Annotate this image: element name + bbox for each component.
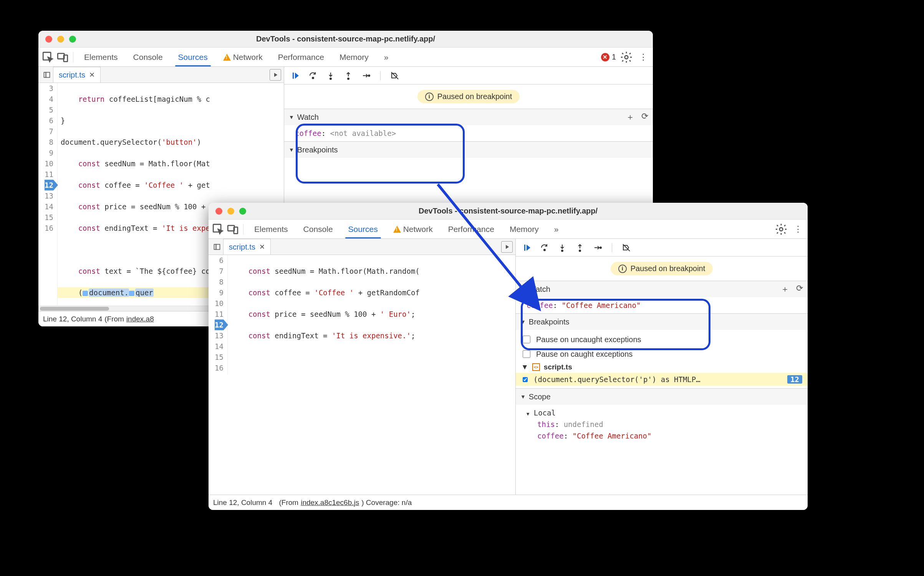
svg-point-9	[348, 78, 349, 79]
tab-more[interactable]: »	[377, 48, 396, 66]
maximize-icon[interactable]	[239, 208, 246, 215]
kebab-icon[interactable]: ⋮	[637, 51, 650, 64]
svg-rect-17	[524, 245, 525, 251]
add-watch-icon[interactable]: ＋	[626, 111, 634, 123]
file-tab-script[interactable]: script.ts ✕	[53, 67, 101, 83]
file-tabs: script.ts ✕	[209, 239, 515, 255]
paused-banner: i Paused on breakpoint	[417, 90, 520, 103]
breakpoint-entry[interactable]: (document.querySelector('p') as HTMLP… 1…	[516, 373, 808, 386]
close-icon[interactable]	[45, 36, 52, 43]
tab-memory[interactable]: Memory	[333, 48, 376, 66]
svg-point-20	[579, 250, 581, 252]
step-over-icon[interactable]	[307, 70, 319, 81]
checkbox[interactable]	[523, 336, 530, 343]
devtools-window-b: DevTools - consistent-source-map-pc.netl…	[209, 203, 808, 510]
watch-header[interactable]: ▼ Watch ＋ ⟳	[284, 109, 653, 125]
sourcemap-link[interactable]: index.a8	[126, 315, 154, 323]
chevron-down-icon: ▼	[289, 147, 294, 153]
step-out-icon[interactable]	[574, 242, 586, 253]
refresh-icon[interactable]: ⟳	[641, 111, 648, 123]
svg-point-10	[368, 75, 370, 76]
debug-mark-icon	[83, 291, 88, 296]
tab-more[interactable]: »	[547, 220, 566, 238]
tab-performance[interactable]: Performance	[441, 220, 501, 238]
step-icon[interactable]	[360, 70, 372, 81]
tab-elements[interactable]: Elements	[77, 48, 125, 66]
gear-icon[interactable]	[775, 223, 788, 236]
step-into-icon[interactable]	[556, 242, 568, 253]
minimize-icon[interactable]	[227, 208, 234, 215]
minimize-icon[interactable]	[57, 36, 64, 43]
breakpoints-header[interactable]: ▼ Breakpoints	[284, 142, 653, 158]
gear-icon[interactable]	[620, 51, 633, 64]
kebab-icon[interactable]: ⋮	[792, 223, 805, 236]
resume-icon[interactable]	[521, 242, 533, 253]
line-gutter[interactable]: 678910111213141516	[209, 255, 228, 375]
refresh-icon[interactable]: ⟳	[796, 283, 803, 295]
breakpoint-file[interactable]: ▼ <> script.ts	[516, 361, 808, 373]
chevron-down-icon: ▼	[289, 114, 294, 120]
add-watch-icon[interactable]: ＋	[781, 283, 789, 295]
code-content[interactable]: const seedNum = Math.floor(Math.random( …	[228, 255, 515, 375]
run-snippet-icon[interactable]	[269, 69, 282, 81]
close-icon[interactable]: ✕	[259, 243, 265, 251]
maximize-icon[interactable]	[69, 36, 76, 43]
step-out-icon[interactable]	[343, 70, 354, 81]
tab-network[interactable]: Network	[386, 220, 440, 238]
device-icon[interactable]	[226, 223, 239, 236]
scope-local[interactable]: ▼ Local	[516, 407, 808, 419]
tab-sources[interactable]: Sources	[341, 220, 385, 238]
info-icon: i	[618, 265, 627, 273]
code-editor[interactable]: 678910111213141516 const seedNum = Math.…	[209, 255, 515, 375]
breakpoints-section: ▼ Breakpoints Pause on uncaught exceptio…	[516, 313, 808, 388]
close-icon[interactable]: ✕	[89, 71, 95, 79]
device-icon[interactable]	[56, 51, 69, 64]
file-tab-script[interactable]: script.ts ✕	[223, 239, 271, 255]
inspect-icon[interactable]	[41, 51, 55, 64]
titlebar: DevTools - consistent-source-map-pc.netl…	[38, 31, 653, 48]
close-icon[interactable]	[215, 208, 222, 215]
step-icon[interactable]	[592, 242, 603, 253]
breakpoints-header[interactable]: ▼ Breakpoints	[516, 314, 808, 330]
inspect-icon[interactable]	[212, 223, 225, 236]
step-into-icon[interactable]	[325, 70, 336, 81]
tab-network[interactable]: Network	[216, 48, 270, 66]
svg-rect-16	[216, 244, 220, 249]
info-icon: i	[425, 93, 434, 101]
file-tabs: script.ts ✕	[38, 67, 284, 83]
debugger-toolbar	[284, 67, 653, 84]
navigator-icon[interactable]	[211, 241, 223, 253]
pause-uncaught-toggle[interactable]: Pause on uncaught exceptions	[516, 332, 808, 347]
paused-banner: i Paused on breakpoint	[611, 262, 713, 275]
scope-var-this[interactable]: this: undefined	[516, 419, 808, 430]
ts-file-icon: <>	[532, 363, 540, 371]
error-count[interactable]: ✕1	[601, 53, 616, 61]
svg-point-14	[780, 227, 783, 231]
line-gutter[interactable]: 345678910111213141516	[38, 83, 58, 306]
checkbox[interactable]	[523, 377, 528, 382]
step-over-icon[interactable]	[539, 242, 550, 253]
debug-mark-icon	[129, 291, 134, 296]
scope-section: ▼ Scope ▼ Local this: undefined coffee: …	[516, 388, 808, 444]
tab-elements[interactable]: Elements	[247, 220, 295, 238]
sourcemap-link[interactable]: index.a8c1ec6b.js	[301, 498, 359, 507]
scope-var-coffee[interactable]: coffee: "Coffee Americano"	[516, 430, 808, 442]
deactivate-breakpoints-icon[interactable]	[389, 70, 401, 81]
resume-icon[interactable]	[290, 70, 301, 81]
watch-expression[interactable]: coffee: <not available>	[284, 127, 653, 139]
tab-memory[interactable]: Memory	[503, 220, 546, 238]
run-snippet-icon[interactable]	[501, 241, 513, 253]
watch-header[interactable]: ▼ Watch ＋ ⟳	[516, 281, 808, 297]
deactivate-breakpoints-icon[interactable]	[621, 242, 632, 253]
navigator-icon[interactable]	[41, 69, 53, 81]
tab-sources[interactable]: Sources	[171, 48, 215, 66]
tab-performance[interactable]: Performance	[271, 48, 331, 66]
tab-console[interactable]: Console	[126, 48, 170, 66]
chevron-down-icon: ▼	[520, 394, 526, 400]
watch-expression[interactable]: coffee: "Coffee Americano"	[516, 300, 808, 311]
pause-caught-toggle[interactable]: Pause on caught exceptions	[516, 347, 808, 361]
scope-header[interactable]: ▼ Scope	[516, 389, 808, 405]
tab-console[interactable]: Console	[296, 220, 340, 238]
warning-icon	[393, 226, 401, 233]
checkbox[interactable]	[523, 350, 530, 358]
